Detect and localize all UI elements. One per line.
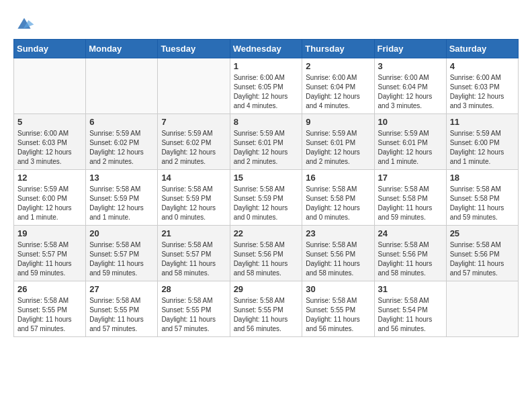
- cell-content: Sunrise: 5:58 AMSunset: 5:57 PMDaylight:…: [17, 240, 82, 278]
- calendar-cell: 6Sunrise: 5:59 AMSunset: 6:02 PMDaylight…: [86, 114, 158, 170]
- cell-content: Sunrise: 5:59 AMSunset: 6:00 PMDaylight:…: [17, 185, 82, 222]
- calendar-cell: 28Sunrise: 5:58 AMSunset: 5:55 PMDayligh…: [158, 281, 230, 337]
- calendar-cell: 11Sunrise: 5:59 AMSunset: 6:00 PMDayligh…: [446, 114, 518, 170]
- calendar-cell: 21Sunrise: 5:58 AMSunset: 5:57 PMDayligh…: [158, 226, 230, 281]
- day-number: 18: [450, 173, 515, 183]
- calendar-week-row: 12Sunrise: 5:59 AMSunset: 6:00 PMDayligh…: [14, 170, 519, 226]
- calendar-cell: 29Sunrise: 5:58 AMSunset: 5:55 PMDayligh…: [230, 281, 302, 337]
- day-header-thursday: Thursday: [302, 40, 374, 58]
- day-number: 31: [378, 284, 443, 294]
- cell-content: Sunrise: 6:00 AMSunset: 6:04 PMDaylight:…: [378, 73, 443, 111]
- logo-icon: [13, 13, 35, 32]
- calendar-cell: 12Sunrise: 5:59 AMSunset: 6:00 PMDayligh…: [14, 170, 86, 226]
- day-number: 29: [234, 284, 299, 294]
- calendar-cell: 5Sunrise: 6:00 AMSunset: 6:03 PMDaylight…: [14, 114, 86, 170]
- day-number: 5: [17, 117, 82, 127]
- day-number: 25: [450, 228, 515, 238]
- cell-content: Sunrise: 6:00 AMSunset: 6:04 PMDaylight:…: [306, 73, 370, 111]
- day-number: 22: [234, 228, 299, 238]
- cell-content: Sunrise: 5:58 AMSunset: 5:57 PMDaylight:…: [161, 240, 226, 278]
- day-number: 14: [161, 173, 226, 183]
- calendar-cell: 3Sunrise: 6:00 AMSunset: 6:04 PMDaylight…: [374, 58, 446, 114]
- calendar-cell: [446, 281, 518, 337]
- cell-content: Sunrise: 5:59 AMSunset: 6:00 PMDaylight:…: [450, 129, 515, 167]
- day-header-monday: Monday: [86, 40, 158, 58]
- calendar-cell: 10Sunrise: 5:59 AMSunset: 6:01 PMDayligh…: [374, 114, 446, 170]
- day-number: 16: [306, 173, 370, 183]
- logo: [13, 13, 38, 32]
- day-number: 24: [378, 228, 443, 238]
- day-number: 13: [89, 173, 154, 183]
- day-number: 10: [378, 117, 443, 127]
- cell-content: Sunrise: 5:58 AMSunset: 5:56 PMDaylight:…: [378, 240, 443, 278]
- cell-content: Sunrise: 5:58 AMSunset: 5:57 PMDaylight:…: [89, 240, 154, 278]
- cell-content: Sunrise: 5:58 AMSunset: 5:56 PMDaylight:…: [306, 240, 370, 278]
- calendar-cell: 31Sunrise: 5:58 AMSunset: 5:54 PMDayligh…: [374, 281, 446, 337]
- day-header-saturday: Saturday: [446, 40, 518, 58]
- calendar-cell: 7Sunrise: 5:59 AMSunset: 6:02 PMDaylight…: [158, 114, 230, 170]
- day-number: 1: [234, 61, 299, 71]
- day-number: 6: [89, 117, 154, 127]
- calendar-cell: [158, 58, 230, 114]
- day-number: 11: [450, 117, 515, 127]
- cell-content: Sunrise: 5:59 AMSunset: 6:01 PMDaylight:…: [378, 129, 443, 167]
- day-number: 28: [161, 284, 226, 294]
- day-number: 7: [161, 117, 226, 127]
- day-header-tuesday: Tuesday: [158, 40, 230, 58]
- calendar-cell: 20Sunrise: 5:58 AMSunset: 5:57 PMDayligh…: [86, 226, 158, 281]
- calendar-cell: 2Sunrise: 6:00 AMSunset: 6:04 PMDaylight…: [302, 58, 374, 114]
- cell-content: Sunrise: 5:59 AMSunset: 6:02 PMDaylight:…: [89, 129, 154, 167]
- calendar-week-row: 26Sunrise: 5:58 AMSunset: 5:55 PMDayligh…: [14, 281, 519, 337]
- cell-content: Sunrise: 5:58 AMSunset: 5:55 PMDaylight:…: [306, 296, 370, 334]
- cell-content: Sunrise: 5:58 AMSunset: 5:55 PMDaylight:…: [89, 296, 154, 334]
- calendar-cell: 30Sunrise: 5:58 AMSunset: 5:55 PMDayligh…: [302, 281, 374, 337]
- day-number: 4: [450, 61, 515, 71]
- calendar-cell: 27Sunrise: 5:58 AMSunset: 5:55 PMDayligh…: [86, 281, 158, 337]
- calendar-cell: 13Sunrise: 5:58 AMSunset: 5:59 PMDayligh…: [86, 170, 158, 226]
- day-number: 30: [306, 284, 370, 294]
- calendar-cell: 14Sunrise: 5:58 AMSunset: 5:59 PMDayligh…: [158, 170, 230, 226]
- cell-content: Sunrise: 6:00 AMSunset: 6:03 PMDaylight:…: [17, 129, 82, 167]
- day-number: 21: [161, 228, 226, 238]
- cell-content: Sunrise: 6:00 AMSunset: 6:05 PMDaylight:…: [234, 73, 299, 111]
- day-number: 2: [306, 61, 370, 71]
- cell-content: Sunrise: 5:58 AMSunset: 5:56 PMDaylight:…: [234, 240, 299, 278]
- calendar-cell: 22Sunrise: 5:58 AMSunset: 5:56 PMDayligh…: [230, 226, 302, 281]
- calendar-cell: 16Sunrise: 5:58 AMSunset: 5:58 PMDayligh…: [302, 170, 374, 226]
- day-number: 26: [17, 284, 82, 294]
- calendar-cell: 23Sunrise: 5:58 AMSunset: 5:56 PMDayligh…: [302, 226, 374, 281]
- calendar-cell: 15Sunrise: 5:58 AMSunset: 5:59 PMDayligh…: [230, 170, 302, 226]
- cell-content: Sunrise: 5:59 AMSunset: 6:02 PMDaylight:…: [161, 129, 226, 167]
- calendar-cell: 1Sunrise: 6:00 AMSunset: 6:05 PMDaylight…: [230, 58, 302, 114]
- cell-content: Sunrise: 5:58 AMSunset: 5:55 PMDaylight:…: [17, 296, 82, 334]
- calendar-week-row: 1Sunrise: 6:00 AMSunset: 6:05 PMDaylight…: [14, 58, 519, 114]
- page-header: [13, 13, 519, 32]
- calendar-cell: 25Sunrise: 5:58 AMSunset: 5:56 PMDayligh…: [446, 226, 518, 281]
- day-number: 15: [234, 173, 299, 183]
- cell-content: Sunrise: 5:58 AMSunset: 5:59 PMDaylight:…: [89, 185, 154, 222]
- day-number: 9: [306, 117, 370, 127]
- cell-content: Sunrise: 5:58 AMSunset: 5:55 PMDaylight:…: [161, 296, 226, 334]
- calendar-cell: 8Sunrise: 5:59 AMSunset: 6:01 PMDaylight…: [230, 114, 302, 170]
- cell-content: Sunrise: 5:58 AMSunset: 5:59 PMDaylight:…: [161, 185, 226, 222]
- cell-content: Sunrise: 5:58 AMSunset: 5:59 PMDaylight:…: [234, 185, 299, 222]
- cell-content: Sunrise: 5:59 AMSunset: 6:01 PMDaylight:…: [234, 129, 299, 167]
- day-number: 17: [378, 173, 443, 183]
- day-header-sunday: Sunday: [14, 40, 86, 58]
- calendar-cell: 24Sunrise: 5:58 AMSunset: 5:56 PMDayligh…: [374, 226, 446, 281]
- calendar-week-row: 19Sunrise: 5:58 AMSunset: 5:57 PMDayligh…: [14, 226, 519, 281]
- day-number: 20: [89, 228, 154, 238]
- cell-content: Sunrise: 5:58 AMSunset: 5:58 PMDaylight:…: [306, 185, 370, 222]
- calendar-table: SundayMondayTuesdayWednesdayThursdayFrid…: [13, 39, 519, 337]
- calendar-cell: 9Sunrise: 5:59 AMSunset: 6:01 PMDaylight…: [302, 114, 374, 170]
- calendar-header-row: SundayMondayTuesdayWednesdayThursdayFrid…: [14, 40, 519, 58]
- day-number: 12: [17, 173, 82, 183]
- day-header-friday: Friday: [374, 40, 446, 58]
- day-number: 3: [378, 61, 443, 71]
- cell-content: Sunrise: 5:58 AMSunset: 5:54 PMDaylight:…: [378, 296, 443, 334]
- calendar-cell: 19Sunrise: 5:58 AMSunset: 5:57 PMDayligh…: [14, 226, 86, 281]
- cell-content: Sunrise: 5:58 AMSunset: 5:58 PMDaylight:…: [450, 185, 515, 222]
- calendar-cell: 26Sunrise: 5:58 AMSunset: 5:55 PMDayligh…: [14, 281, 86, 337]
- day-number: 23: [306, 228, 370, 238]
- calendar-cell: [14, 58, 86, 114]
